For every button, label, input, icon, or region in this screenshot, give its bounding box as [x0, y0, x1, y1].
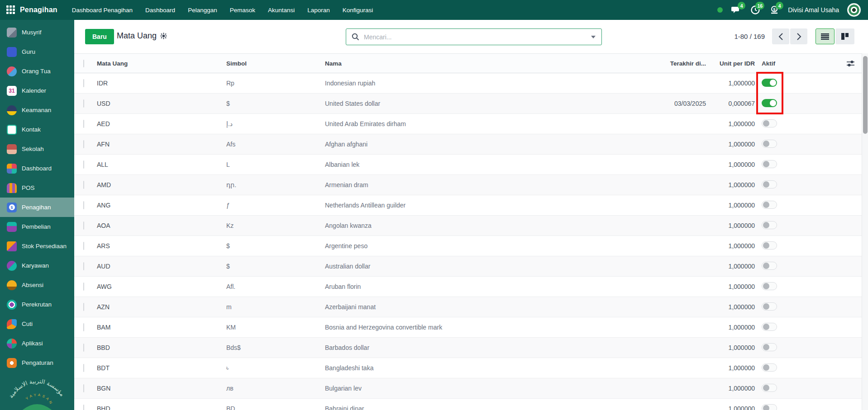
activities-money-icon[interactable]: $ 4	[769, 5, 780, 15]
row-checkbox[interactable]	[83, 160, 84, 169]
sidebar-item-pembelian[interactable]: Pembelian	[0, 217, 74, 236]
messages-icon[interactable]: 4	[731, 5, 742, 15]
apps-grid-icon[interactable]	[6, 5, 15, 14]
row-checkbox[interactable]	[83, 405, 84, 410]
table-row-awg[interactable]: AWGAfl.Aruban florin1,000000	[74, 277, 862, 297]
active-toggle[interactable]	[762, 262, 777, 270]
sidebar-item-label: Perekrutan	[22, 301, 52, 308]
column-header-code[interactable]: Mata Uang	[97, 60, 226, 67]
active-toggle[interactable]	[762, 343, 777, 351]
row-checkbox[interactable]	[83, 283, 84, 291]
sidebar-item-guru[interactable]: Guru	[0, 42, 74, 61]
row-checkbox[interactable]	[83, 262, 84, 270]
active-toggle[interactable]	[762, 79, 777, 87]
sidebar-item-pos[interactable]: POS	[0, 178, 74, 198]
scrollbar-thumb[interactable]	[863, 56, 868, 134]
nav-menu-pelanggan[interactable]: Pelanggan	[182, 4, 223, 16]
active-toggle[interactable]	[762, 221, 777, 229]
row-checkbox[interactable]	[83, 79, 84, 87]
row-checkbox[interactable]	[83, 201, 84, 209]
kanban-view-button[interactable]	[835, 28, 854, 44]
table-row-usd[interactable]: USD$United States dollar03/03/20250,0000…	[74, 94, 862, 114]
nav-menu-dashboard-penagihan[interactable]: Dashboard Penagihan	[67, 4, 138, 16]
sidebar-item-aplikasi[interactable]: Aplikasi	[0, 334, 74, 353]
row-checkbox[interactable]	[83, 323, 84, 331]
table-row-aud[interactable]: AUD$Australian dollar1,000000	[74, 256, 862, 277]
active-toggle[interactable]	[762, 363, 777, 372]
row-checkbox[interactable]	[83, 303, 84, 311]
active-toggle[interactable]	[762, 160, 777, 168]
active-toggle[interactable]	[762, 180, 777, 189]
table-row-azn[interactable]: AZNmAzerbaijani manat1,000000	[74, 297, 862, 317]
select-all-checkbox[interactable]	[83, 60, 84, 67]
nav-menu-laporan[interactable]: Laporan	[302, 4, 335, 16]
table-row-bbd[interactable]: BBDBds$Barbados dollar1,000000	[74, 338, 862, 358]
row-checkbox[interactable]	[83, 344, 84, 352]
nav-menu-akuntansi[interactable]: Akuntansi	[262, 4, 300, 16]
sidebar-item-karyawan[interactable]: Karyawan	[0, 256, 74, 275]
row-checkbox[interactable]	[83, 242, 84, 250]
table-row-idr[interactable]: IDRRpIndonesian rupiah1,000000	[74, 73, 862, 94]
prev-page-button[interactable]	[772, 28, 789, 44]
table-row-amd[interactable]: AMDդր.Armenian dram1,000000	[74, 175, 862, 195]
column-header-symbol[interactable]: Simbol	[226, 60, 325, 67]
nav-menu-pemasok[interactable]: Pemasok	[224, 4, 261, 16]
sidebar-item-orang-tua[interactable]: Orang Tua	[0, 61, 74, 81]
sidebar-item-cuti[interactable]: Cuti	[0, 314, 74, 334]
next-page-button[interactable]	[790, 28, 807, 44]
sidebar-item-kontak[interactable]: Kontak	[0, 120, 74, 139]
row-checkbox[interactable]	[83, 364, 84, 372]
sidebar-item-penagihan[interactable]: $Penagihan	[0, 198, 74, 217]
active-toggle[interactable]	[762, 282, 777, 290]
row-checkbox[interactable]	[83, 181, 84, 189]
search-dropdown-toggle[interactable]	[585, 29, 601, 45]
sidebar-item-kalender[interactable]: 31Kalender	[0, 81, 74, 100]
active-toggle[interactable]	[762, 140, 777, 148]
column-header-active[interactable]: Aktif	[755, 60, 801, 67]
table-row-bgn[interactable]: BGNлвBulgarian lev1,000000	[74, 378, 862, 399]
active-toggle[interactable]	[762, 201, 777, 209]
column-header-updated[interactable]: Terakhir di...	[629, 60, 706, 67]
table-row-bam[interactable]: BAMKMBosnia and Herzegovina convertible …	[74, 317, 862, 338]
active-toggle[interactable]	[762, 302, 777, 311]
table-row-bhd[interactable]: BHDBDBahraini dinar1,000000	[74, 399, 862, 410]
table-row-bdt[interactable]: BDT৳Bangladeshi taka1,000000	[74, 358, 862, 378]
company-name[interactable]: Divisi Amal Usaha	[788, 6, 839, 14]
row-checkbox[interactable]	[83, 221, 84, 230]
active-toggle[interactable]	[762, 323, 777, 331]
sidebar-item-dashboard[interactable]: Dashboard	[0, 159, 74, 178]
table-row-aed[interactable]: AEDد.إUnited Arab Emirates dirham1,00000…	[74, 114, 862, 134]
nav-menu-konfigurasi[interactable]: Konfigurasi	[337, 4, 379, 16]
column-header-name[interactable]: Nama	[325, 60, 629, 67]
row-checkbox[interactable]	[83, 140, 84, 148]
sidebar-item-absensi[interactable]: Absensi	[0, 275, 74, 295]
optional-columns-icon[interactable]	[847, 60, 854, 67]
table-row-afn[interactable]: AFNAfsAfghan afghani1,000000	[74, 134, 862, 155]
list-view-button[interactable]	[816, 28, 835, 44]
table-row-aoa[interactable]: AOAKzAngolan kwanza1,000000	[74, 216, 862, 236]
table-row-ars[interactable]: ARS$Argentine peso1,000000	[74, 236, 862, 256]
nav-menu-dashboard[interactable]: Dashboard	[140, 4, 181, 16]
activities-clock-icon[interactable]: 16	[750, 5, 761, 15]
user-avatar[interactable]	[847, 3, 861, 17]
table-row-all[interactable]: ALLLAlbanian lek1,000000	[74, 155, 862, 175]
search-input[interactable]	[364, 33, 585, 41]
sidebar-item-stok-persediaan[interactable]: Stok Persediaan	[0, 236, 74, 256]
sidebar-item-perekrutan[interactable]: Perekrutan	[0, 295, 74, 314]
active-toggle[interactable]	[762, 99, 777, 107]
sidebar-item-sekolah[interactable]: Sekolah	[0, 139, 74, 159]
active-toggle[interactable]	[762, 119, 777, 127]
gear-icon[interactable]	[160, 33, 167, 39]
sidebar-item-keamanan[interactable]: Keamanan	[0, 100, 74, 120]
table-row-ang[interactable]: ANGƒNetherlands Antillean guilder1,00000…	[74, 195, 862, 216]
row-checkbox[interactable]	[83, 120, 84, 128]
active-toggle[interactable]	[762, 404, 777, 410]
app-brand[interactable]: Penagihan	[20, 6, 57, 14]
active-toggle[interactable]	[762, 384, 777, 392]
row-checkbox[interactable]	[83, 384, 84, 392]
row-checkbox[interactable]	[83, 99, 84, 108]
column-header-unit[interactable]: Unit per IDR	[706, 60, 755, 67]
sidebar-item-musyrif[interactable]: Musyrif	[0, 23, 74, 42]
active-toggle[interactable]	[762, 241, 777, 250]
new-record-button[interactable]: Baru	[85, 29, 114, 44]
